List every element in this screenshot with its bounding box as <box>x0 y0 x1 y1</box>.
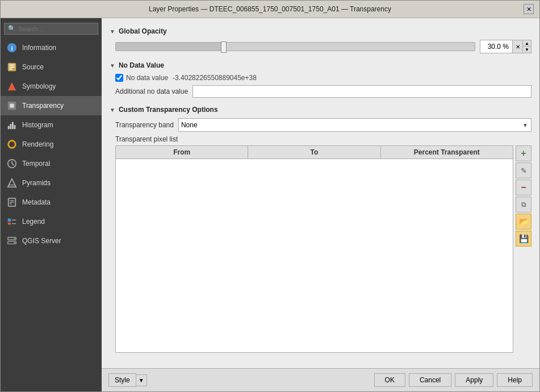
sidebar-item-label: Rendering <box>22 140 53 148</box>
info-icon: i <box>6 42 18 53</box>
close-button[interactable]: ✕ <box>524 4 534 14</box>
opacity-spin-up[interactable]: ▲ <box>523 40 531 47</box>
save-icon: 💾 <box>519 234 529 243</box>
opacity-spin: ▲ ▼ <box>522 40 531 53</box>
sidebar-item-metadata[interactable]: Metadata <box>1 193 102 212</box>
sidebar-item-temporal[interactable]: Temporal <box>1 154 102 173</box>
transparency-band-row: Transparency band None ▼ <box>110 118 531 132</box>
import-button[interactable]: 📂 <box>516 214 531 230</box>
svg-point-13 <box>9 141 16 148</box>
col-to: To <box>248 146 380 159</box>
svg-rect-9 <box>8 126 10 129</box>
sidebar-item-label: Transparency <box>22 102 64 110</box>
add-icon: + <box>521 148 526 159</box>
sidebar-item-legend[interactable]: Legend <box>1 212 102 231</box>
svg-rect-25 <box>8 223 11 225</box>
additional-input[interactable] <box>192 85 531 98</box>
main-content: 🔍 i Information Source Symbology <box>1 18 539 391</box>
sidebar-item-qgis-server[interactable]: QGIS Server <box>1 231 102 251</box>
sidebar-item-symbology[interactable]: Symbology <box>1 77 102 96</box>
temporal-icon <box>6 158 18 169</box>
band-select[interactable]: None <box>178 118 531 132</box>
add-row-button[interactable]: + <box>516 145 531 161</box>
sidebar-item-histogram[interactable]: Histogram <box>1 115 102 135</box>
additional-row: Additional no data value <box>110 85 531 98</box>
sidebar-item-label: Histogram <box>22 121 53 129</box>
style-dropdown-button[interactable]: ▼ <box>136 374 147 386</box>
opacity-slider-track[interactable] <box>115 42 475 51</box>
svg-marker-6 <box>8 82 16 90</box>
svg-rect-3 <box>10 65 15 66</box>
search-input[interactable] <box>18 26 94 32</box>
style-button[interactable]: Style <box>108 373 136 387</box>
ok-button[interactable]: OK <box>374 373 405 387</box>
rendering-icon <box>6 139 18 150</box>
edit-row-button[interactable]: ✎ <box>516 162 531 178</box>
edit-icon: ✎ <box>521 166 527 175</box>
svg-rect-11 <box>12 122 14 130</box>
opacity-clear-button[interactable]: ✕ <box>512 40 522 53</box>
style-btn-wrapper: Style ▼ <box>108 373 147 387</box>
svg-rect-24 <box>8 219 11 222</box>
remove-row-button[interactable]: − <box>516 180 531 195</box>
opacity-row: 30.0 % ✕ ▲ ▼ <box>110 40 531 53</box>
pixel-table-header: From To Percent Transparent <box>116 146 513 159</box>
apply-button[interactable]: Apply <box>455 373 493 387</box>
sidebar: 🔍 i Information Source Symbology <box>1 18 102 391</box>
section-arrow: ▼ <box>110 28 115 35</box>
bottom-right-buttons: OK Cancel Apply Help <box>374 373 533 387</box>
sidebar-item-label: Information <box>22 44 56 52</box>
no-data-row: No data value -3.4028226550889045e+38 <box>110 74 531 82</box>
histogram-icon <box>6 119 18 131</box>
opacity-slider-fill <box>116 43 224 51</box>
svg-line-17 <box>12 164 14 165</box>
search-box[interactable]: 🔍 <box>4 23 98 35</box>
sidebar-item-transparency[interactable]: Transparency <box>1 96 102 115</box>
pixel-table-body <box>116 159 513 352</box>
custom-transparency-label: Custom Transparency Options <box>119 106 218 114</box>
no-data-header: ▼ No Data Value <box>110 61 531 69</box>
pixel-table: From To Percent Transparent <box>115 145 513 353</box>
copy-row-button[interactable]: ⧉ <box>516 197 531 212</box>
export-button[interactable]: 💾 <box>516 231 531 247</box>
pixel-table-container: From To Percent Transparent + ✎ <box>110 145 531 353</box>
minus-icon: − <box>521 182 526 193</box>
sidebar-item-pyramids[interactable]: Pyramids <box>1 173 102 193</box>
cancel-button[interactable]: Cancel <box>409 373 451 387</box>
col-percent: Percent Transparent <box>381 146 513 159</box>
svg-rect-4 <box>10 66 15 68</box>
right-panel: ▼ Global Opacity 30.0 % ✕ ▲ ▼ <box>102 18 539 391</box>
sidebar-item-label: Source <box>22 63 44 71</box>
sidebar-item-rendering[interactable]: Rendering <box>1 135 102 154</box>
folder-open-icon: 📂 <box>519 217 529 226</box>
no-data-value-text: No data value <box>126 74 168 82</box>
opacity-value: 30.0 % <box>480 41 512 52</box>
no-data-checkbox[interactable] <box>115 74 123 82</box>
svg-point-30 <box>14 238 15 239</box>
band-label: Transparency band <box>115 121 174 129</box>
window-title: Layer Properties — DTEEC_006855_1750_007… <box>16 5 524 13</box>
sidebar-item-source[interactable]: Source <box>1 57 102 77</box>
global-opacity-label: Global Opacity <box>119 27 167 35</box>
opacity-spin-down[interactable]: ▼ <box>523 47 531 53</box>
custom-transparency-header: ▼ Custom Transparency Options <box>110 106 531 114</box>
sidebar-item-label: Temporal <box>22 160 50 168</box>
sidebar-item-label: Metadata <box>22 198 51 206</box>
panel-content: ▼ Global Opacity 30.0 % ✕ ▲ ▼ <box>102 18 539 368</box>
pyramids-icon <box>6 177 18 189</box>
svg-text:i: i <box>11 44 12 52</box>
source-icon <box>6 61 18 73</box>
search-icon: 🔍 <box>8 25 16 32</box>
opacity-slider-thumb[interactable] <box>221 41 227 53</box>
svg-rect-10 <box>10 124 11 129</box>
opacity-value-box: 30.0 % ✕ ▲ ▼ <box>480 40 531 53</box>
help-button[interactable]: Help <box>497 373 533 387</box>
svg-marker-18 <box>8 179 16 187</box>
server-icon <box>6 235 18 247</box>
sidebar-item-information[interactable]: i Information <box>1 38 102 57</box>
svg-point-31 <box>14 242 15 243</box>
side-buttons: + ✎ − ⧉ 📂 <box>513 145 531 353</box>
no-data-checkbox-wrapper: No data value <box>115 74 168 82</box>
svg-rect-12 <box>14 125 16 129</box>
col-from: From <box>116 146 248 159</box>
